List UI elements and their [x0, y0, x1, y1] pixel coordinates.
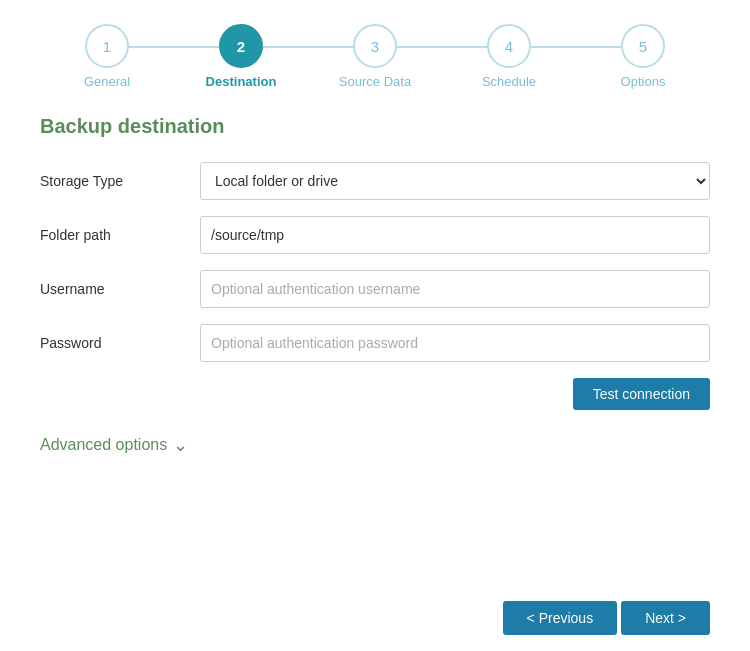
advanced-options-toggle[interactable]: Advanced options ⌄	[40, 434, 710, 456]
username-input[interactable]	[200, 270, 710, 308]
step-destination[interactable]: 2 Destination	[174, 24, 308, 89]
step-circle-1: 1	[85, 24, 129, 68]
storage-type-select[interactable]: Local folder or drive FTP SFTP SMB/CIFS …	[200, 162, 710, 200]
step-source-data[interactable]: 3 Source Data	[308, 24, 442, 89]
step-options[interactable]: 5 Options	[576, 24, 710, 89]
step-circle-3: 3	[353, 24, 397, 68]
step-label-3: Source Data	[339, 74, 411, 89]
password-label: Password	[40, 335, 200, 351]
previous-button[interactable]: < Previous	[503, 601, 618, 635]
step-circle-2: 2	[219, 24, 263, 68]
next-button[interactable]: Next >	[621, 601, 710, 635]
username-label: Username	[40, 281, 200, 297]
password-input[interactable]	[200, 324, 710, 362]
step-circle-5: 5	[621, 24, 665, 68]
main-content: Backup destination Storage Type Local fo…	[0, 105, 750, 476]
page-title: Backup destination	[40, 115, 710, 138]
folder-path-input[interactable]	[200, 216, 710, 254]
step-circle-4: 4	[487, 24, 531, 68]
folder-path-group: Folder path	[40, 216, 710, 254]
step-schedule[interactable]: 4 Schedule	[442, 24, 576, 89]
step-label-2: Destination	[206, 74, 277, 89]
step-label-5: Options	[621, 74, 666, 89]
password-group: Password	[40, 324, 710, 362]
advanced-options-label: Advanced options	[40, 436, 167, 454]
stepper: 1 General 2 Destination 3 Source Data 4 …	[0, 0, 750, 105]
chevron-down-icon: ⌄	[173, 434, 188, 456]
step-label-1: General	[84, 74, 130, 89]
step-label-4: Schedule	[482, 74, 536, 89]
folder-path-label: Folder path	[40, 227, 200, 243]
storage-type-label: Storage Type	[40, 173, 200, 189]
footer: < Previous Next >	[0, 585, 750, 651]
username-group: Username	[40, 270, 710, 308]
storage-type-group: Storage Type Local folder or drive FTP S…	[40, 162, 710, 200]
test-connection-button[interactable]: Test connection	[573, 378, 710, 410]
step-general[interactable]: 1 General	[40, 24, 174, 89]
